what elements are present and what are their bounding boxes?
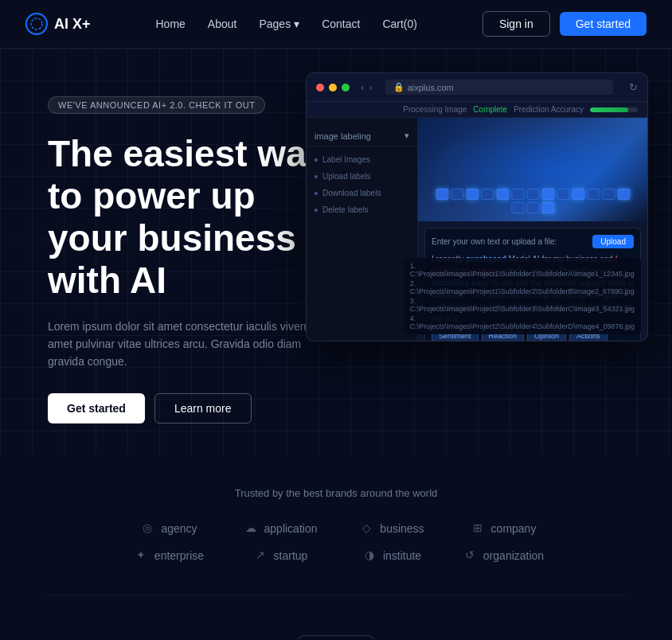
sidebar-panel: image labeling ▾ Label Images Upload lab…: [307, 118, 418, 341]
key: [541, 202, 554, 213]
accuracy-track: [590, 107, 638, 112]
sidebar-item-delete[interactable]: Delete labels: [307, 201, 417, 218]
key: [587, 189, 600, 200]
dot-red: [316, 84, 324, 92]
accuracy-fill: [590, 107, 628, 112]
brand-startup: ↗ startup: [225, 548, 336, 563]
hero-buttons: Get started Learn more: [48, 393, 334, 423]
logo[interactable]: AI X+: [25, 13, 91, 35]
browser-body: image labeling ▾ Label Images Upload lab…: [307, 118, 647, 341]
key: [466, 189, 479, 200]
hero-section: WE'VE ANNOUNCED AI+ 2.0. CHECK IT OUT Th…: [0, 49, 672, 455]
key: [496, 189, 509, 200]
key: [451, 189, 463, 200]
hero-mockup: ‹ › 🔒 aixplus.com ↻ Processing Image Com…: [306, 72, 648, 375]
browser-url-bar[interactable]: 🔒 aixplus.com: [385, 80, 613, 95]
trusted-title: Trusted by the best brands around the wo…: [48, 487, 624, 499]
brand-agency: ◎ agency: [113, 521, 225, 536]
hero-subtitle: Lorem ipsum dolor sit amet consectetur i…: [48, 318, 334, 371]
nav-contact[interactable]: Contact: [322, 18, 360, 30]
brand-application: ☁ application: [225, 521, 336, 536]
company-icon: ⊞: [471, 521, 485, 536]
key: [526, 189, 539, 200]
brand-business: ◇ business: [336, 521, 447, 536]
svg-point-0: [26, 14, 47, 34]
key: [526, 202, 539, 213]
key: [617, 189, 630, 200]
forward-icon[interactable]: ›: [369, 81, 372, 93]
key: [436, 189, 448, 200]
nav-cart[interactable]: Cart(0): [382, 18, 417, 30]
business-icon: ◇: [359, 521, 373, 536]
learn-more-button[interactable]: Learn more: [154, 393, 252, 423]
keyboard-image: [418, 118, 647, 221]
file-item-1: 1. C:\Projects\Images\Project1\Subfolder…: [410, 261, 635, 279]
status-bar: Processing Image Complete Prediction Acc…: [307, 102, 647, 118]
brand-enterprise: ✦ enterprise: [113, 548, 225, 563]
file-item-2: 2. C:\Projects\Images\Project1\Subfolder…: [410, 279, 635, 296]
hero-title: The easiest way to power up your busines…: [48, 133, 334, 302]
brand-organization: ↺ organization: [447, 548, 559, 563]
upload-button[interactable]: Upload: [592, 235, 634, 248]
sidebar-item-upload[interactable]: Upload labels: [307, 168, 417, 185]
brand-institute: ◑ institute: [336, 548, 447, 563]
file-item-4: 4. C:\Projects\Images\Project2\Subfolder…: [410, 314, 635, 331]
sidebar-item-label-images[interactable]: Label Images: [307, 151, 417, 168]
back-icon[interactable]: ‹: [361, 81, 364, 93]
accuracy-bar: [590, 107, 638, 112]
navbar: AI X+ Home About Pages ▾ Contact Cart(0)…: [0, 0, 672, 49]
institute-icon: ◑: [362, 548, 377, 563]
key: [511, 202, 524, 213]
get-started-hero-button[interactable]: Get started: [48, 393, 145, 423]
browser-nav: ‹ ›: [361, 81, 373, 93]
nav-pages[interactable]: Pages ▾: [259, 18, 299, 30]
nav-about[interactable]: About: [208, 18, 237, 30]
file-item-3: 3. C:\Projects\Images\Project2\Subfolder…: [410, 296, 635, 314]
svg-point-1: [31, 18, 42, 29]
main-panel: Enter your own text or upload a file: Up…: [418, 118, 647, 341]
trusted-section: Trusted by the best brands around the wo…: [0, 455, 672, 595]
chat-upload-row: Enter your own text or upload a file: Up…: [432, 235, 634, 248]
dot-green: [342, 84, 350, 92]
file-list: 1. C:\Projects\Images\Project1\Subfolder…: [404, 258, 641, 334]
key: [572, 189, 584, 200]
status-complete: Complete: [473, 105, 507, 114]
chevron-icon[interactable]: ▾: [404, 131, 409, 141]
key: [541, 189, 554, 200]
hero-content: WE'VE ANNOUNCED AI+ 2.0. CHECK IT OUT Th…: [48, 96, 334, 423]
sidebar-panel-header: image labeling ▾: [307, 126, 417, 146]
browser-titlebar: ‹ › 🔒 aixplus.com ↻: [307, 73, 647, 102]
brand-company: ⊞ company: [447, 521, 559, 536]
brand-grid: ◎ agency ☁ application ◇ business ⊞ comp…: [113, 521, 559, 563]
lock-icon: 🔒: [393, 82, 404, 92]
key: [557, 189, 569, 200]
dot-yellow: [329, 84, 337, 92]
chevron-down-icon: ▾: [294, 18, 299, 30]
refresh-icon[interactable]: ↻: [629, 81, 638, 93]
features-section: FEATURES Unblock the potential of your b…: [0, 595, 672, 640]
enterprise-icon: ✦: [134, 548, 148, 563]
get-started-nav-button[interactable]: Get started: [560, 12, 647, 36]
chat-label: Enter your own text or upload a file:: [432, 237, 557, 246]
key: [602, 189, 615, 200]
startup-icon: ↗: [253, 548, 268, 563]
key: [511, 189, 524, 200]
nav-actions: Sign in Get started: [483, 11, 647, 37]
key: [481, 189, 494, 200]
signin-button[interactable]: Sign in: [483, 11, 550, 37]
keyboard-keys: [429, 189, 635, 213]
nav-links: Home About Pages ▾ Contact Cart(0): [155, 18, 416, 30]
announcement-badge[interactable]: WE'VE ANNOUNCED AI+ 2.0. CHECK IT OUT: [48, 96, 265, 114]
nav-home[interactable]: Home: [155, 18, 185, 30]
sidebar-item-download[interactable]: Download labels: [307, 185, 417, 201]
browser-window: ‹ › 🔒 aixplus.com ↻ Processing Image Com…: [306, 72, 648, 341]
features-badge: FEATURES: [296, 635, 376, 640]
application-icon: ☁: [244, 521, 258, 536]
agency-icon: ◎: [140, 521, 154, 536]
organization-icon: ↺: [463, 548, 477, 563]
